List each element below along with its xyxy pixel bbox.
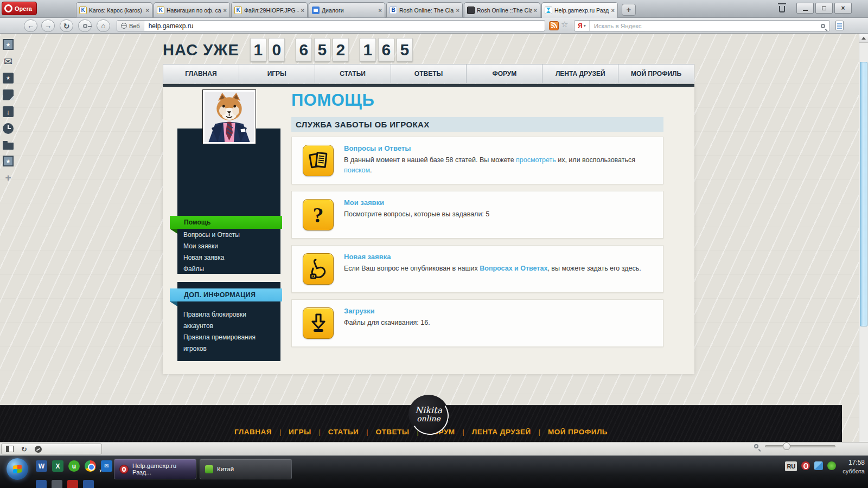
tab-close-icon[interactable]: × [301, 7, 304, 14]
zoom-slider[interactable] [765, 445, 835, 447]
tray-utorrent-icon[interactable] [827, 461, 836, 470]
app-icon[interactable] [83, 480, 94, 488]
nav-articles[interactable]: СТАТЬИ [315, 65, 391, 83]
sidebar-item-help-active[interactable]: Помощь [170, 216, 282, 229]
utorrent-icon[interactable]: u [68, 460, 80, 472]
speed-dial-icon[interactable]: ★ [3, 39, 14, 50]
app-icon[interactable] [67, 480, 78, 488]
notes-icon[interactable] [835, 21, 844, 30]
nav-my-profile[interactable]: МОЙ ПРОФИЛЬ [618, 65, 694, 83]
tray-network-icon[interactable] [814, 461, 823, 470]
restore-button[interactable] [815, 3, 833, 14]
nav-forum[interactable]: ФОРУМ [467, 65, 542, 83]
close-button[interactable]: × [834, 3, 852, 14]
security-key-button[interactable] [78, 20, 92, 32]
page-scrollbar[interactable] [859, 34, 868, 442]
protocol-badge[interactable]: Веб [117, 21, 144, 31]
panel-toggle-icon[interactable] [6, 446, 14, 452]
notes-panel-icon[interactable] [3, 89, 14, 100]
scroll-up-arrow[interactable] [859, 34, 868, 43]
minimize-button[interactable] [796, 3, 814, 14]
new-tab-button[interactable]: + [622, 4, 636, 16]
history-icon[interactable] [3, 123, 14, 134]
tab-close-icon[interactable]: × [146, 7, 149, 14]
footer-nav-main[interactable]: ГЛАВНАЯ [234, 428, 272, 436]
nav-answers[interactable]: ОТВЕТЫ [391, 65, 467, 83]
tab-close-icon[interactable]: × [611, 7, 615, 14]
questions-answers-link[interactable]: Вопросах и Ответах [480, 265, 547, 272]
tab-karos[interactable]: K Karos: Карос (karos) на... × [76, 2, 152, 17]
sidebar-item-new-request[interactable]: Новая заявка [183, 252, 276, 264]
sidebar-item-reward-rules[interactable]: Правила премирования игроков [183, 332, 271, 355]
view-link[interactable]: просмотреть [516, 156, 556, 164]
quick-launch-expand-icon[interactable]: › [99, 467, 101, 474]
word-icon[interactable]: W [36, 460, 47, 472]
sidebar-item-files[interactable]: Файлы [183, 264, 276, 275]
sidebar-item-questions[interactable]: Вопросы и Ответы [183, 229, 276, 241]
tab-rosh-2[interactable]: Rosh Online ::The Classi... × [464, 2, 540, 17]
closed-tabs-trash-button[interactable] [775, 3, 789, 15]
tab-close-icon[interactable]: × [379, 7, 382, 14]
sync-icon[interactable]: ↻ [21, 445, 27, 453]
mail-icon[interactable]: ✉ [3, 56, 14, 67]
search-engine-selector[interactable]: Я ▾ [575, 21, 590, 31]
tab-dialogs[interactable]: Диалоги × [309, 2, 385, 17]
tray-opera-icon[interactable] [801, 461, 810, 470]
app-icon[interactable] [36, 480, 47, 488]
card-title-link[interactable]: Вопросы и Ответы [344, 144, 411, 152]
language-indicator[interactable]: RU [785, 461, 797, 471]
back-button[interactable]: ← [24, 20, 37, 32]
downloads-icon[interactable]: ↓ [3, 106, 14, 117]
tab-file[interactable]: K Файл:29HIOPF.JPG — ... × [231, 2, 308, 17]
card-new-request: Новая заявка Если Ваш вопрос не опублико… [291, 245, 663, 293]
tab-close-icon[interactable]: × [224, 7, 227, 14]
footer-nav-my-profile[interactable]: МОЙ ПРОФИЛЬ [548, 428, 608, 436]
tab-close-icon[interactable]: × [534, 7, 537, 14]
nav-games[interactable]: ИГРЫ [239, 65, 315, 83]
footer-nav-friends-feed[interactable]: ЛЕНТА ДРУЗЕЙ [472, 428, 531, 436]
card-title-link[interactable]: Новая заявка [344, 253, 391, 261]
forward-button[interactable]: → [41, 20, 55, 32]
links-icon[interactable]: ★ [3, 156, 14, 166]
sidebar-item-block-rules[interactable]: Правила блокировки аккаунтов [183, 309, 271, 332]
chat-favicon [312, 7, 320, 14]
taskbar-button-kitay[interactable]: Китай [200, 459, 292, 479]
tab-title: Файл:29HIOPF.JPG — ... [244, 7, 299, 14]
search-field[interactable]: Я ▾ Искать в Яндекс [574, 20, 830, 31]
footer-nav-answers[interactable]: ОТВЕТЫ [375, 428, 409, 436]
home-button[interactable]: ⌂ [97, 20, 110, 32]
excel-icon[interactable]: X [52, 460, 63, 472]
tab-help-gamexp-active[interactable]: Help.gamexp.ru Раздел... × [541, 2, 618, 18]
tab-navigation[interactable]: K Навигация по оф. сайт... × [154, 2, 230, 17]
card-title-link[interactable]: Мои заявки [344, 198, 384, 207]
footer-nav-games[interactable]: ИГРЫ [289, 428, 311, 436]
clock[interactable]: 17:58 суббота [843, 458, 865, 476]
nav-friends-feed[interactable]: ЛЕНТА ДРУЗЕЙ [542, 65, 618, 83]
taskbar-button-opera[interactable]: Help.gamexp.ru Разд... [114, 459, 196, 479]
search-link[interactable]: поиском [344, 166, 370, 174]
bookmark-star-icon[interactable]: ☆ [561, 20, 568, 29]
reload-button[interactable]: ↻ [60, 20, 73, 32]
footer-nav-articles[interactable]: СТАТЬИ [328, 428, 359, 436]
opera-task-icon [119, 465, 129, 474]
folders-icon[interactable] [3, 143, 14, 150]
search-icon[interactable] [821, 24, 825, 28]
start-button[interactable] [7, 458, 28, 480]
chrome-icon[interactable] [85, 460, 96, 472]
add-panel-icon[interactable]: + [3, 172, 14, 183]
tab-rosh-1[interactable]: B Rosh Online: The Classic... × [386, 2, 463, 17]
url-field[interactable]: Веб help.gamexp.ru [117, 20, 545, 31]
rss-icon[interactable] [549, 21, 559, 30]
sidebar-item-my-requests[interactable]: Мои заявки [183, 241, 276, 252]
user-avatar[interactable] [202, 89, 256, 144]
app-icon[interactable] [52, 480, 62, 488]
zoom-slider-thumb[interactable] [783, 442, 790, 450]
tab-close-icon[interactable]: × [456, 7, 459, 14]
scrollbar-thumb[interactable] [860, 62, 867, 326]
bookmarks-icon[interactable]: ★ [3, 73, 14, 84]
opera-menu-button[interactable]: Opera [2, 2, 37, 15]
nav-main[interactable]: ГЛАВНАЯ [163, 65, 239, 83]
outlook-icon[interactable]: ✉ [101, 460, 112, 472]
turbo-icon[interactable] [35, 446, 42, 453]
card-title-link[interactable]: Загрузки [344, 307, 375, 315]
